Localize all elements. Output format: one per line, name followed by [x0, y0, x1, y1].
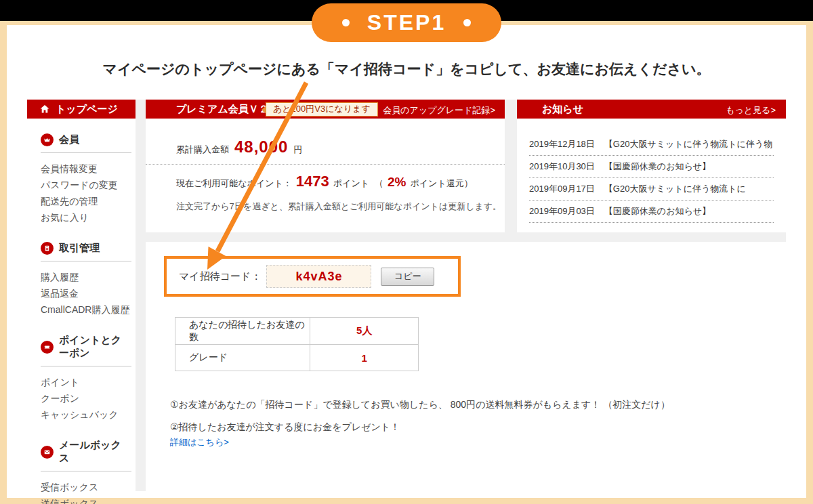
news-date: 2019年10月30日 — [529, 161, 595, 173]
news-item-title: 【G20大阪サミットに伴う物流トに伴う物ト... — [604, 138, 774, 150]
sidebar-item-shipping[interactable]: 配送先の管理 — [41, 193, 136, 209]
sidebar-item-purchase-history[interactable]: 購入履歴 — [41, 269, 136, 285]
points-rate-value: 2% — [388, 175, 406, 190]
total-purchase-unit: 円 — [293, 144, 302, 156]
sidebar-section-label: 取引管理 — [59, 242, 100, 255]
news-date: 2019年12月18日 — [529, 138, 595, 150]
premium-panel: 累計購入金額 48,000 円 現在ご利用可能なポイント： 1473 ポイント … — [146, 119, 505, 232]
invite-note-1: ①お友達があなたの「招待コード」で登録してお買い物したら、 800円の送料無料券… — [170, 394, 780, 416]
sidebar-section-title: ポイントとクーポン — [41, 334, 131, 366]
sidebar-section-member: 会員 会員情報変更 パスワードの変更 配送先の管理 お気に入り — [41, 133, 136, 226]
sidebar-section-points: ポイントとクーポン ポイント クーポン キャッシュバック — [41, 334, 136, 423]
news-date: 2019年09月03日 — [529, 205, 595, 217]
invite-code-label: マイ招待コード： — [179, 270, 261, 283]
sidebar-item-member-info[interactable]: 会員情報変更 — [41, 161, 136, 177]
divider-horizontal — [146, 232, 786, 242]
invited-friends-label: あなたの招待したお友達の数 — [175, 318, 310, 344]
total-purchase-value: 48,000 — [234, 138, 288, 156]
invite-code-box: マイ招待コード： k4vA3e コピー — [164, 256, 461, 297]
premium-title: プレミアム会員Ｖ２ — [176, 103, 269, 116]
divider-sidebar-main — [136, 100, 146, 491]
points-update-note: 注文完了から7日を過ぎと、累計購入金額とご利用可能なポイントは更新します。 — [176, 201, 505, 213]
copy-button[interactable]: コピー — [381, 268, 434, 286]
step1-label: STEP1 — [367, 10, 446, 35]
document-icon — [41, 242, 54, 255]
news-item-title: 【国慶節休業のお知らせ】 — [604, 205, 711, 217]
table-row: あなたの招待したお友達の数 5人 — [175, 318, 418, 344]
invite-stats-table: あなたの招待したお友達の数 5人 グレード 1 — [175, 317, 419, 371]
points-unit: ポイント — [333, 177, 369, 190]
sidebar-section-title: 取引管理 — [41, 242, 131, 261]
sidebar-item-coupons[interactable]: クーポン — [41, 390, 136, 406]
news-list: 2019年12月18日 【G20大阪サミットに伴う物流トに伴う物ト... 201… — [517, 119, 786, 223]
sidebar-item-cashback[interactable]: キャッシュバック — [41, 406, 136, 423]
total-purchase-label: 累計購入金額 — [176, 144, 229, 156]
table-row: グレード 1 — [175, 344, 418, 371]
sidebar: 会員 会員情報変更 パスワードの変更 配送先の管理 お気に入り 取引管理 購入履… — [27, 119, 136, 504]
sidebar-section-title: メールボックス — [41, 439, 131, 471]
upgrade-record-link[interactable]: 会員のアップグレード記録> — [383, 104, 495, 117]
sidebar-item-favorites[interactable]: お気に入り — [41, 209, 136, 226]
sidebar-header-label: トップページ — [56, 103, 118, 116]
sidebar-section-mailbox: メールボックス 受信ボックス 送信ボックス ご意見・要望 — [41, 439, 136, 504]
invite-code-value: k4vA3e — [266, 265, 371, 288]
news-item-title: 【G20大阪サミットに伴う物流トに — [604, 183, 746, 195]
sidebar-section-label: メールボックス — [59, 439, 131, 465]
sidebar-header-toppage[interactable]: トップページ — [27, 100, 136, 119]
ticket-icon — [41, 341, 54, 354]
news-more-link[interactable]: もっと見る> — [726, 104, 776, 117]
sidebar-item-cmallcadr-history[interactable]: CmallCADR購入履歴 — [41, 301, 136, 318]
sidebar-item-returns[interactable]: 返品返金 — [41, 285, 136, 301]
sidebar-item-password[interactable]: パスワードの変更 — [41, 177, 136, 193]
divider-main-news — [505, 100, 517, 232]
invite-notes: ①お友達があなたの「招待コード」で登録してお買い物したら、 800円の送料無料券… — [170, 394, 780, 438]
sidebar-item-outbox[interactable]: 送信ボックス — [41, 495, 136, 504]
sidebar-item-inbox[interactable]: 受信ボックス — [41, 479, 136, 495]
news-item[interactable]: 2019年12月18日 【G20大阪サミットに伴う物流トに伴う物ト... — [529, 133, 774, 156]
invite-note-2: ②招待したお友達が注文する度にお金をプレゼント！ — [170, 416, 780, 438]
upgrade-tooltip: あと200円V3になります — [266, 102, 378, 117]
total-purchase-row: 累計購入金額 48,000 円 — [176, 138, 505, 156]
envelope-icon — [41, 446, 54, 459]
sidebar-section-label: 会員 — [59, 133, 79, 146]
points-label: 現在ご利用可能なポイント： — [176, 177, 292, 190]
grade-label: グレード — [175, 345, 310, 371]
grade-value: 1 — [310, 345, 418, 371]
news-title: お知らせ — [542, 103, 583, 116]
rate-open: （ — [375, 177, 383, 190]
news-item[interactable]: 2019年09月03日 【国慶節休業のお知らせ】 — [529, 201, 774, 223]
bullet-dot-icon — [463, 19, 471, 26]
news-item[interactable]: 2019年09月17日 【G20大阪サミットに伴う物流トに — [529, 178, 774, 201]
home-icon — [39, 104, 50, 114]
sidebar-section-orders: 取引管理 購入履歴 返品返金 CmallCADR購入履歴 — [41, 242, 136, 318]
dotted-divider — [146, 164, 505, 165]
premium-header: プレミアム会員Ｖ２ あと200円V3になります 会員のアップグレード記録> — [146, 100, 505, 119]
points-value: 1473 — [296, 173, 329, 190]
crown-icon — [41, 133, 54, 146]
news-item-title: 【国慶節休業のお知らせ】 — [604, 161, 711, 173]
invited-friends-value: 5人 — [310, 318, 418, 344]
page-heading: マイページのトップページにある「マイ招待コード」をコピして、お友達にお伝えくださ… — [0, 60, 813, 79]
bullet-dot-icon — [342, 19, 350, 26]
detail-link[interactable]: 詳細はこちら> — [170, 436, 229, 448]
sidebar-section-title: 会員 — [41, 133, 131, 153]
sidebar-section-label: ポイントとクーポン — [59, 334, 131, 360]
rate-close: ポイント還元） — [410, 177, 472, 190]
news-date: 2019年09月17日 — [529, 183, 595, 195]
news-header: お知らせ もっと見る> — [517, 100, 786, 119]
news-item[interactable]: 2019年10月30日 【国慶節休業のお知らせ】 — [529, 156, 774, 178]
invite-section: マイ招待コード： k4vA3e コピー あなたの招待したお友達の数 5人 グレー… — [146, 242, 786, 491]
step1-badge: STEP1 — [312, 3, 501, 42]
sidebar-item-points[interactable]: ポイント — [41, 374, 136, 390]
points-row: 現在ご利用可能なポイント： 1473 ポイント （ 2% ポイント還元） — [176, 173, 505, 190]
